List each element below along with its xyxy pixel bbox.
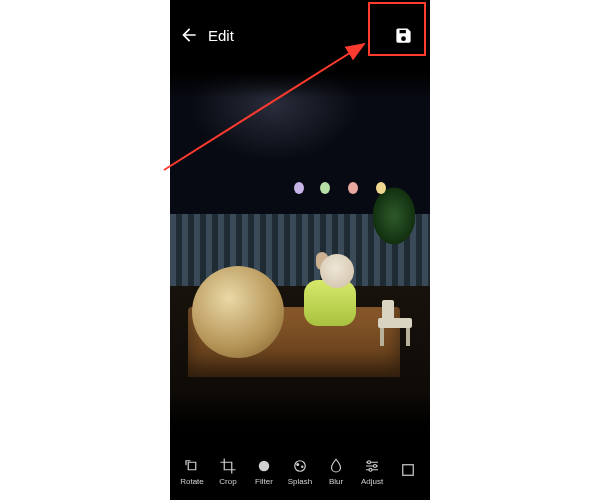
annotation-highlight-box xyxy=(368,2,426,56)
annotation-arrow xyxy=(0,0,600,500)
svg-line-8 xyxy=(164,44,364,170)
screenshot-stage: Edit Ro xyxy=(0,0,600,500)
